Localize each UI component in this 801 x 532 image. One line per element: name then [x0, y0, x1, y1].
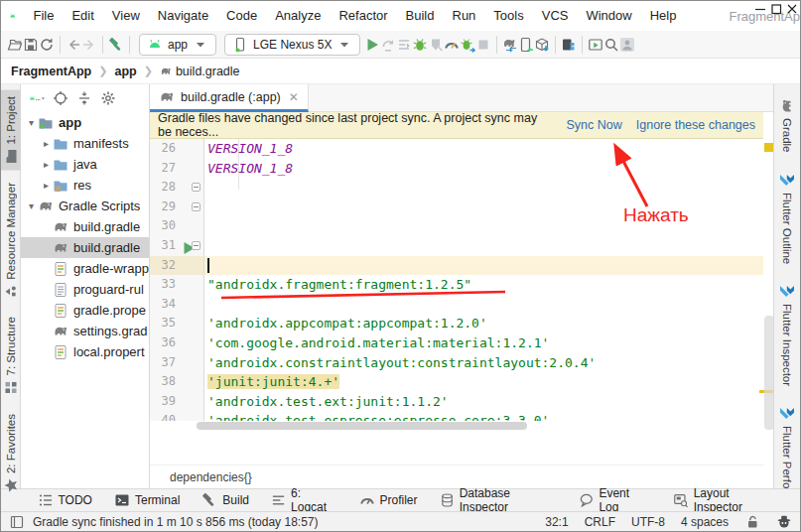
tool-stripe-button[interactable]: 1: Project — [1, 90, 21, 171]
profiler-button[interactable] — [444, 37, 460, 53]
code-line[interactable]: 27 targetCompatibility JavaVersion.VERSI… — [150, 159, 763, 179]
back-button[interactable] — [66, 37, 81, 53]
sync-button[interactable] — [39, 37, 55, 53]
forward-button[interactable] — [81, 37, 97, 53]
code-line[interactable]: 35 implementation 'androidx.appcompat:ap… — [150, 314, 763, 333]
locate-file-icon[interactable] — [53, 90, 68, 106]
menu-item[interactable]: Build — [397, 1, 444, 31]
tool-stripe-button[interactable]: Gradle — [777, 92, 797, 159]
line-number[interactable]: 38 — [150, 372, 180, 392]
stop-button[interactable] — [475, 37, 491, 53]
code-line[interactable]: 39 androidTestImplementation 'androidx.t… — [150, 392, 763, 412]
tool-window-button[interactable]: Terminal — [103, 489, 191, 512]
tree-row[interactable]: gradle.prope — [21, 300, 149, 321]
code-line[interactable]: 32 — [150, 256, 763, 276]
coverage-button[interactable] — [396, 37, 412, 53]
tool-window-button[interactable]: Event Log — [568, 489, 662, 512]
code-line[interactable]: 38 testImplementation 'junit:junit:4.+' — [150, 372, 763, 392]
tool-window-button[interactable]: Layout Inspector — [662, 489, 790, 512]
apply-changes-button[interactable] — [460, 37, 475, 53]
tool-stripe-button[interactable]: Resource Manager — [1, 177, 21, 306]
menu-item[interactable]: Help — [641, 1, 686, 31]
code-line[interactable]: 36 implementation 'com.google.android.ma… — [150, 333, 763, 353]
tree-row[interactable]: ▸ manifests — [21, 133, 149, 154]
close-button[interactable] — [784, 1, 800, 17]
tree-expand-arrow[interactable]: ▾ — [25, 200, 38, 211]
tree-row[interactable]: ▾ Gradle Scripts — [21, 196, 149, 216]
code-line[interactable]: 30 — [150, 216, 763, 236]
line-number[interactable]: 30 — [150, 216, 180, 236]
save-all-button[interactable] — [23, 37, 39, 53]
line-number[interactable]: 27 — [150, 159, 180, 179]
line-number[interactable]: 36 — [150, 333, 180, 353]
encoding[interactable]: UTF-8 — [631, 515, 665, 529]
breadcrumb-module[interactable]: app — [114, 65, 136, 78]
line-number[interactable]: 32 — [150, 256, 180, 276]
tree-row[interactable]: ▾ app — [21, 112, 149, 133]
run-button[interactable] — [364, 37, 380, 53]
horizontal-scrollbar[interactable] — [197, 422, 527, 430]
tree-expand-arrow[interactable]: ▸ — [40, 180, 53, 191]
menu-item[interactable]: VCS — [533, 1, 578, 31]
lock-icon[interactable] — [744, 514, 760, 530]
menu-item[interactable]: Tools — [484, 1, 532, 31]
rerun-button[interactable] — [380, 37, 396, 53]
code-line[interactable]: 31dependencies { — [150, 236, 763, 256]
tool-stripe-button[interactable]: Flutter Perfo — [777, 400, 797, 494]
code-line[interactable]: 37 implementation 'androidx.constraintla… — [150, 353, 763, 373]
sync-now-link[interactable]: Sync Now — [566, 118, 621, 132]
line-ending[interactable]: CRLF — [585, 515, 615, 529]
indent-setting[interactable]: 4 spaces — [681, 515, 729, 529]
code-line[interactable]: 40 androidTestImplementation 'androidx.t… — [150, 411, 763, 421]
tool-stripe-button[interactable]: 2: Favorites — [1, 408, 21, 499]
tab-build-gradle[interactable]: build.gradle (:app) ✕ — [150, 84, 309, 112]
line-number[interactable]: 40 — [150, 411, 180, 421]
tree-expand-arrow[interactable]: ▾ — [25, 117, 38, 128]
open-button[interactable] — [7, 37, 23, 53]
menu-item[interactable]: Window — [577, 1, 640, 31]
debug-button[interactable] — [412, 37, 428, 53]
tree-row[interactable]: gradle-wrapp — [21, 258, 149, 279]
line-number[interactable]: 35 — [150, 314, 180, 333]
collapse-all-icon[interactable] — [76, 90, 92, 106]
minimize-button[interactable] — [752, 1, 768, 17]
tab-close-icon[interactable]: ✕ — [289, 90, 299, 104]
menu-item[interactable]: File — [24, 1, 63, 31]
tool-stripe-button[interactable]: Flutter Inspector — [777, 278, 797, 392]
attach-debugger-button[interactable] — [428, 37, 444, 53]
menu-item[interactable]: Code — [217, 1, 266, 31]
tool-window-button[interactable]: TODO — [27, 489, 103, 512]
tool-window-button[interactable]: Profiler — [348, 489, 429, 512]
line-number[interactable]: 34 — [150, 295, 180, 315]
caret-position[interactable]: 32:1 — [545, 515, 568, 529]
tree-row[interactable]: ▸ java — [21, 154, 149, 175]
tree-row[interactable]: ▸ res — [21, 175, 149, 196]
tree-row[interactable]: build.gradle — [21, 216, 149, 237]
line-number[interactable]: 31 — [150, 236, 180, 256]
code-line[interactable]: 33 implementation "androidx.fragment:fra… — [150, 275, 763, 295]
menu-item[interactable]: Analyze — [266, 1, 330, 31]
tree-row[interactable]: proguard-rul — [21, 279, 149, 300]
tree-row[interactable]: build.gradle — [21, 237, 149, 258]
line-number[interactable]: 28 — [150, 178, 180, 198]
build-button[interactable] — [108, 37, 124, 53]
menu-item[interactable]: Refactor — [330, 1, 396, 31]
tree-row[interactable]: settings.grad — [21, 321, 149, 341]
line-number[interactable]: 37 — [150, 353, 180, 373]
code-lines[interactable]: 26 sourceCompatibility JavaVersion.VERSI… — [150, 139, 763, 421]
line-number[interactable]: 39 — [150, 392, 180, 412]
menu-item[interactable]: Navigate — [149, 1, 217, 31]
tool-window-button[interactable]: Build — [191, 489, 260, 512]
breadcrumb-file[interactable]: build.gradle — [176, 65, 240, 78]
line-number[interactable]: 33 — [150, 275, 180, 295]
tool-stripe-button[interactable]: 7: Structure — [1, 311, 21, 401]
breadcrumb-project[interactable]: FragmentApp — [11, 65, 91, 78]
search-everywhere-button[interactable] — [603, 37, 619, 53]
ignore-changes-link[interactable]: Ignore these changes — [636, 118, 755, 132]
line-number[interactable]: 29 — [150, 198, 180, 217]
editor-breadcrumb[interactable]: dependencies{} — [150, 465, 763, 488]
menu-item[interactable]: View — [103, 1, 149, 31]
tree-expand-arrow[interactable]: ▸ — [40, 138, 53, 149]
maximize-button[interactable] — [768, 1, 784, 17]
device-manager-button[interactable] — [561, 37, 577, 53]
